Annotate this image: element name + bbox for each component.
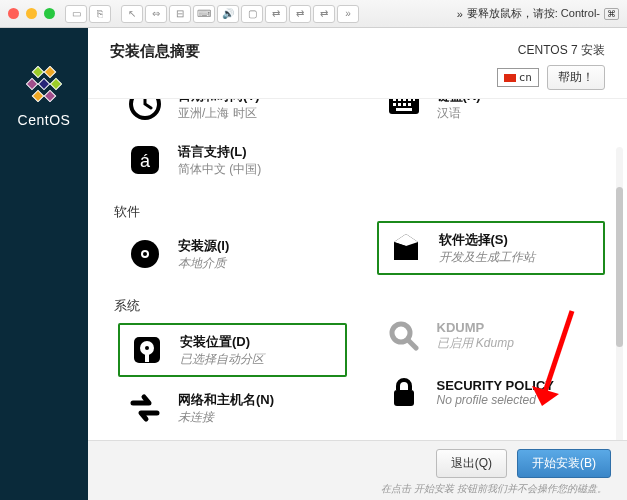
toolbar-btn[interactable]: ⊟ [169,5,191,23]
svg-rect-24 [398,103,401,106]
section-system: 系统 [114,297,347,315]
toolbar-btn[interactable]: ▭ [65,5,87,23]
main-panel: 安装信息摘要 CENTOS 7 安装 cn 帮助！ [88,28,627,500]
close-icon[interactable] [8,8,19,19]
hint-text: 要释放鼠标，请按: Control- [467,6,600,21]
toolbar-btn[interactable]: 🔊 [217,5,239,23]
spoke-destination[interactable]: 安装位置(D) 已选择自动分区 [118,323,347,377]
toolbar-btn[interactable]: ⇄ [313,5,335,23]
command-icon: ⌘ [604,8,619,20]
svg-rect-25 [403,103,406,106]
language-icon: á [126,141,164,179]
svg-rect-19 [398,99,401,101]
footer: 退出(Q) 开始安装(B) 在点击 开始安装 按钮前我们并不会操作您的磁盘。 [88,440,627,500]
spoke-software-selection[interactable]: 软件选择(S) 开发及生成工作站 [377,221,606,275]
centos-logo-icon [26,66,62,102]
svg-rect-18 [393,99,396,101]
svg-rect-20 [403,99,406,101]
lock-icon [385,373,423,411]
item-sub: No profile selected [437,393,555,407]
toolbar-group-1: ▭ ⎘ [65,5,111,23]
svg-rect-22 [413,99,415,101]
item-title: 安装源(I) [178,237,229,255]
toolbar-btn[interactable]: ⎘ [89,5,111,23]
svg-point-15 [145,346,149,350]
harddrive-icon [128,331,166,369]
sidebar: CentOS [0,28,88,500]
svg-rect-16 [145,354,149,362]
toolbar-btn[interactable]: » [337,5,359,23]
svg-text:á: á [140,151,151,171]
svg-rect-23 [393,103,396,106]
window-titlebar: ▭ ⎘ ↖ ⇔ ⊟ ⌨ 🔊 ▢ ⇄ ⇄ ⇄ » » 要释放鼠标，请按: Cont… [0,0,627,28]
svg-rect-5 [32,90,43,101]
item-title: KDUMP [437,320,514,335]
quit-button[interactable]: 退出(Q) [436,449,507,478]
header: 安装信息摘要 CENTOS 7 安装 cn 帮助！ [88,28,627,99]
toolbar-group-2: ↖ ⇔ ⊟ ⌨ 🔊 ▢ ⇄ ⇄ ⇄ » [121,5,359,23]
svg-rect-26 [408,103,411,106]
svg-rect-1 [44,66,55,77]
magnifier-icon [385,317,423,355]
item-sub: 未连接 [178,409,274,426]
spoke-kdump[interactable]: KDUMP 已启用 Kdump [377,311,606,361]
begin-install-button[interactable]: 开始安装(B) [517,449,611,478]
spoke-language[interactable]: á 语言支持(L) 简体中文 (中国) [118,135,347,185]
clock-icon [126,99,164,123]
spoke-keyboard[interactable]: 键盘(K) 汉语 [377,99,606,129]
page-title: 安装信息摘要 [110,42,200,90]
network-icon [126,389,164,427]
item-sub: 汉语 [437,105,481,122]
minimize-icon[interactable] [26,8,37,19]
svg-point-12 [143,252,147,256]
item-sub: 亚洲/上海 时区 [178,105,260,122]
item-title: 语言支持(L) [178,143,261,161]
scroll-thumb[interactable] [616,187,623,347]
spoke-network[interactable]: 网络和主机名(N) 未连接 [118,383,347,433]
toolbar-btn[interactable]: ▢ [241,5,263,23]
svg-rect-0 [32,66,43,77]
flag-icon [504,74,516,82]
item-sub: 开发及生成工作站 [439,249,535,266]
svg-rect-4 [50,78,61,89]
spoke-security[interactable]: SECURITY POLICY No profile selected [377,367,606,417]
disc-icon [126,235,164,273]
svg-rect-21 [408,99,411,101]
window-controls [8,8,55,19]
svg-rect-29 [394,390,414,406]
toolbar-btn[interactable]: ⇄ [289,5,311,23]
content-area: 日期和时间(T) 亚洲/上海 时区 á 语言支持(L) 简体中文 (中国) [88,99,627,459]
keyboard-icon [385,99,423,123]
svg-rect-2 [26,78,37,89]
titlebar-hint: » 要释放鼠标，请按: Control- ⌘ [457,6,619,21]
item-sub: 已选择自动分区 [180,351,264,368]
svg-rect-17 [389,99,419,114]
svg-rect-3 [38,78,49,89]
keyboard-layout-indicator[interactable]: cn [497,68,539,87]
item-title: 网络和主机名(N) [178,391,274,409]
zoom-icon[interactable] [44,8,55,19]
lang-code: cn [519,71,532,84]
toolbar-btn[interactable]: ⇔ [145,5,167,23]
item-sub: 本地介质 [178,255,229,272]
item-title: SECURITY POLICY [437,378,555,393]
svg-rect-27 [396,108,412,111]
header-subtitle: CENTOS 7 安装 [497,42,605,59]
svg-rect-6 [44,90,55,101]
spoke-datetime[interactable]: 日期和时间(T) 亚洲/上海 时区 [118,99,347,129]
spoke-source[interactable]: 安装源(I) 本地介质 [118,229,347,279]
toolbar-btn[interactable]: ⇄ [265,5,287,23]
package-icon [387,229,425,267]
section-software: 软件 [114,203,347,221]
help-button[interactable]: 帮助！ [547,65,605,90]
brand-label: CentOS [18,112,71,128]
toolbar-btn[interactable]: ↖ [121,5,143,23]
item-sub: 简体中文 (中国) [178,161,261,178]
item-title: 安装位置(D) [180,333,264,351]
item-sub: 已启用 Kdump [437,335,514,352]
footer-hint: 在点击 开始安装 按钮前我们并不会操作您的磁盘。 [88,482,611,496]
toolbar-btn[interactable]: ⌨ [193,5,215,23]
item-title: 软件选择(S) [439,231,535,249]
scrollbar[interactable] [616,147,623,447]
